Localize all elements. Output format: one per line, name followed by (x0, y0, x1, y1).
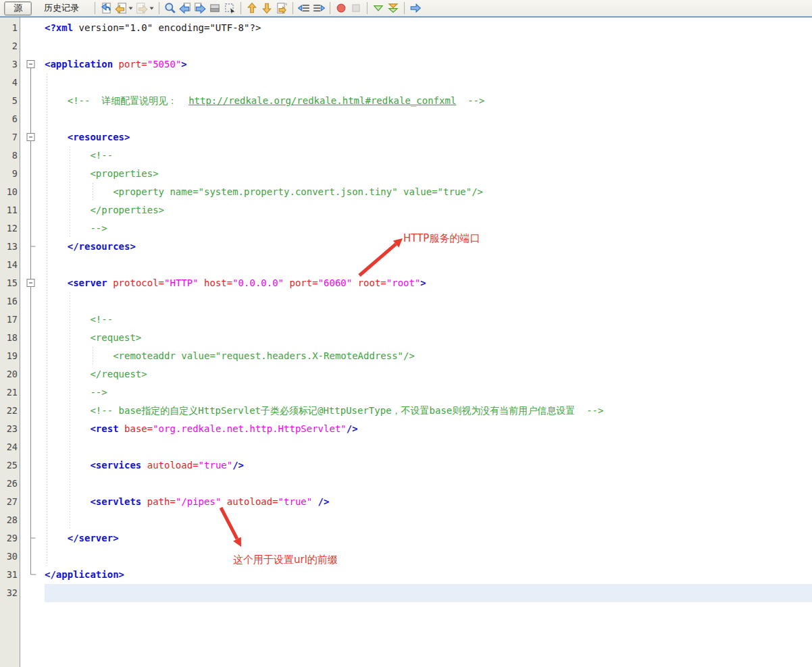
code-line-28[interactable] (45, 511, 603, 529)
code-line-31[interactable]: </application> (45, 566, 603, 584)
code-token: <!-- (90, 150, 113, 161)
code-line-29[interactable]: </server> (45, 529, 603, 548)
line-number: 5 (0, 92, 18, 110)
code-line-16[interactable] (45, 292, 603, 311)
code-line-15[interactable]: <server protocol="HTTP" host="0.0.0.0" p… (45, 274, 603, 292)
code-token: autoload= (221, 496, 278, 507)
code-line-10[interactable]: <property name="system.property.convert.… (45, 183, 603, 201)
code-token: host= (199, 277, 233, 288)
code-line-12[interactable]: --> (45, 219, 603, 238)
code-line-23[interactable]: <rest base="org.redkale.net.http.HttpSer… (45, 420, 603, 438)
line-number: 32 (0, 584, 18, 602)
code-line-4[interactable] (45, 74, 603, 92)
fold-toggle[interactable] (27, 279, 34, 287)
code-line-3[interactable]: <application port="5050"> (45, 55, 603, 74)
line-number: 13 (0, 238, 18, 256)
code-line-17[interactable]: <!-- (45, 311, 603, 329)
back-icon[interactable] (113, 1, 128, 16)
code-line-8[interactable]: <!-- (45, 146, 603, 165)
collapse-fold-icon[interactable] (371, 1, 386, 16)
code-line-7[interactable]: <resources> (45, 128, 603, 146)
code-line-18[interactable]: <request> (45, 329, 603, 347)
code-token: "true" (199, 460, 233, 471)
tab-source[interactable]: 源 (4, 1, 32, 16)
code-line-6[interactable] (45, 110, 603, 128)
code-token: "org.redkale.net.http.HttpServlet" (153, 423, 347, 434)
toggle-bookmark-icon[interactable] (274, 1, 289, 16)
comment-link[interactable]: http://redkale.org/redkale.html#redkale_… (188, 95, 456, 106)
code-token: path= (141, 496, 176, 507)
code-token: </properties> (90, 205, 164, 215)
code-token: <properties> (90, 168, 158, 179)
back-dropdown-icon[interactable] (128, 1, 134, 16)
code-line-20[interactable]: </request> (45, 365, 603, 383)
code-line-26[interactable] (45, 475, 603, 493)
jump-next-icon[interactable] (408, 1, 423, 16)
code-token: root= (352, 277, 386, 288)
code-line-1[interactable]: <?xml version="1.0" encoding="UTF-8"?> (45, 19, 603, 37)
code-token: --> (90, 387, 107, 398)
code-line-2[interactable] (45, 37, 603, 55)
forward-icon[interactable] (134, 1, 149, 16)
next-bookmark-icon[interactable] (259, 1, 274, 16)
line-number: 9 (0, 165, 18, 183)
line-number: 26 (0, 475, 18, 493)
line-number: 17 (0, 311, 18, 329)
code-line-14[interactable] (45, 256, 603, 274)
code-line-32[interactable] (45, 584, 603, 602)
line-number: 20 (0, 365, 18, 383)
code-line-24[interactable] (45, 438, 603, 456)
code-line-27[interactable]: <servlets path="/pipes" autoload="true" … (45, 493, 603, 511)
record-macro-icon[interactable] (334, 1, 349, 16)
line-number: 1 (0, 19, 18, 37)
code-line-5[interactable]: <!-- 详细配置说明见： http://redkale.org/redkale… (45, 92, 603, 110)
code-token (45, 369, 90, 379)
previous-bookmark-icon[interactable] (245, 1, 259, 16)
code-token: --> (456, 95, 484, 106)
toggle-highlight-icon[interactable] (207, 1, 222, 16)
code-token (45, 423, 90, 434)
line-number: 7 (0, 128, 18, 146)
line-number: 27 (0, 493, 18, 511)
code-token: "true" (278, 496, 313, 507)
code-token (45, 533, 68, 543)
line-number: 23 (0, 420, 18, 438)
shift-line-left-icon[interactable] (297, 1, 311, 16)
code-area[interactable]: <?xml version="1.0" encoding="UTF-8"?><a… (45, 19, 603, 602)
forward-dropdown-icon[interactable] (149, 1, 155, 16)
code-line-19[interactable]: <remoteaddr value="request.headers.X-Rem… (45, 347, 603, 365)
code-line-9[interactable]: <properties> (45, 165, 603, 183)
shift-line-right-icon[interactable] (311, 1, 326, 16)
annotation-text-1: HTTP服务的端口 (403, 232, 480, 245)
line-number: 4 (0, 74, 18, 92)
fold-toggle[interactable] (27, 134, 34, 141)
code-line-22[interactable]: <!-- base指定的自定义HttpServlet子类必须标记@HttpUse… (45, 402, 603, 420)
code-token (45, 277, 68, 288)
code-token (45, 241, 68, 252)
expand-fold-icon[interactable] (386, 1, 401, 16)
code-token: "0.0.0.0" (232, 277, 284, 288)
code-token: port= (284, 277, 318, 288)
stop-macro-icon[interactable] (349, 1, 363, 16)
code-token: autoload= (141, 460, 198, 471)
jump-last-edit-icon[interactable] (99, 1, 113, 16)
code-token (45, 387, 90, 398)
code-line-25[interactable]: <services autoload="true"/> (45, 456, 603, 475)
code-line-11[interactable]: </properties> (45, 201, 603, 219)
previous-occurrence-icon[interactable] (178, 1, 193, 16)
code-token: --> (90, 223, 107, 234)
code-line-13[interactable]: </resources> (45, 238, 603, 256)
find-selection-icon[interactable] (163, 1, 178, 16)
fold-toggle[interactable] (27, 61, 34, 68)
line-number: 19 (0, 347, 18, 365)
toolbar-separator (293, 2, 293, 14)
code-token (45, 405, 90, 416)
code-token: > (420, 277, 426, 288)
code-editor[interactable]: 1234567891011121314151617181920212223242… (0, 18, 812, 667)
next-occurrence-icon[interactable] (193, 1, 207, 16)
rectangular-selection-icon[interactable] (222, 1, 237, 16)
code-line-21[interactable]: --> (45, 383, 603, 402)
code-token: <server (68, 277, 107, 288)
tab-history[interactable]: 历史记录 (34, 1, 88, 16)
code-token: port= (113, 59, 147, 70)
